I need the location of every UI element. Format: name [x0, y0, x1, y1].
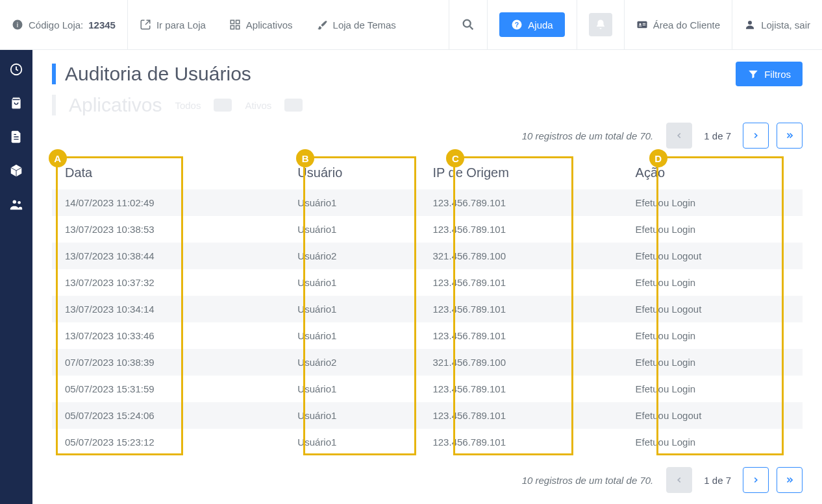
- sidebar-users[interactable]: [8, 197, 24, 212]
- svg-rect-11: [642, 23, 645, 24]
- sidebar-products[interactable]: [8, 163, 24, 178]
- table-row: 13/07/2023 10:37:32Usuário1123.456.789.1…: [52, 269, 803, 296]
- cell-usuario: Usuário1: [284, 296, 419, 322]
- cell-acao: Efetuou Login: [623, 349, 803, 376]
- store-code-value: 12345: [88, 19, 116, 30]
- col-header-ip: IP de Origem: [419, 156, 622, 189]
- pager-bottom: 10 registros de um total de 70. 1 de 7: [52, 467, 803, 493]
- themes-link[interactable]: Loja de Temas: [305, 0, 408, 49]
- pager-last-button[interactable]: [777, 123, 803, 149]
- search-icon: [461, 18, 475, 32]
- cell-ip: 123.456.789.101: [419, 376, 622, 402]
- background-section: Aplicativos Todos Ativos: [52, 94, 803, 116]
- brush-icon: [316, 19, 328, 30]
- table-row: 05/07/2023 15:23:12Usuário1123.456.789.1…: [52, 429, 803, 455]
- svg-rect-5: [236, 26, 239, 29]
- cell-usuario: Usuário1: [284, 189, 419, 216]
- svg-rect-4: [230, 26, 234, 29]
- notifications-button[interactable]: [577, 0, 625, 49]
- pager-last-button[interactable]: [777, 467, 803, 493]
- cell-data: 05/07/2023 15:23:12: [52, 429, 284, 455]
- pager-summary: 10 registros de um total de 70.: [522, 475, 654, 486]
- cell-usuario: Usuário1: [284, 429, 419, 455]
- cell-data: 13/07/2023 10:38:44: [52, 243, 284, 269]
- cell-acao: Efetuou Login: [623, 216, 803, 243]
- themes-label: Loja de Temas: [333, 19, 396, 30]
- cell-ip: 321.456.789.100: [419, 349, 622, 376]
- help-icon: ?: [511, 19, 523, 30]
- svg-rect-12: [642, 25, 645, 25]
- svg-point-6: [464, 20, 471, 27]
- cell-ip: 321.456.789.100: [419, 243, 622, 269]
- cell-data: 05/07/2023 15:24:06: [52, 402, 284, 429]
- table-row: 07/07/2023 10:38:39Usuário2321.456.789.1…: [52, 349, 803, 376]
- help-button[interactable]: ? Ajuda: [499, 12, 564, 37]
- cell-data: 13/07/2023 10:38:53: [52, 216, 284, 243]
- client-area-label: Área do Cliente: [653, 19, 720, 30]
- go-to-store-label: Ir para Loja: [156, 19, 206, 30]
- pager-next-button[interactable]: [743, 467, 769, 493]
- svg-point-14: [748, 21, 752, 25]
- cell-usuario: Usuário2: [284, 349, 419, 376]
- sidebar-dashboard[interactable]: [8, 62, 24, 77]
- table-row: 13/07/2023 10:33:46Usuário1123.456.789.1…: [52, 322, 803, 349]
- cell-ip: 123.456.789.101: [419, 322, 622, 349]
- col-header-usuario: Usuário: [284, 156, 419, 189]
- cell-usuario: Usuário1: [284, 216, 419, 243]
- help-label: Ajuda: [528, 19, 553, 30]
- svg-text:i: i: [17, 21, 18, 29]
- cell-data: 07/07/2023 10:38:39: [52, 349, 284, 376]
- client-area-link[interactable]: Área do Cliente: [625, 0, 732, 49]
- table-row: 13/07/2023 10:38:44Usuário2321.456.789.1…: [52, 243, 803, 269]
- table-row: 05/07/2023 15:24:06Usuário1123.456.789.1…: [52, 402, 803, 429]
- svg-point-17: [18, 201, 21, 204]
- table-row: 05/07/2023 15:31:59Usuário1123.456.789.1…: [52, 376, 803, 402]
- bell-icon: [595, 19, 606, 30]
- audit-table: Data Usuário IP de Origem Ação 14/07/202…: [52, 156, 803, 455]
- pager-prev-button[interactable]: [666, 467, 692, 493]
- svg-text:?: ?: [515, 21, 519, 29]
- cell-acao: Efetuou Login: [623, 429, 803, 455]
- svg-rect-13: [638, 26, 641, 27]
- main-content: Auditoria de Usuários Filtros Aplicativo…: [32, 50, 822, 504]
- svg-point-10: [639, 23, 641, 25]
- cell-ip: 123.456.789.101: [419, 189, 622, 216]
- table-row: 14/07/2023 11:02:49Usuário1123.456.789.1…: [52, 189, 803, 216]
- sidebar-pages[interactable]: [8, 129, 24, 145]
- cell-usuario: Usuário1: [284, 402, 419, 429]
- filters-button[interactable]: Filtros: [736, 62, 803, 86]
- svg-point-16: [13, 200, 17, 204]
- external-link-icon: [140, 19, 151, 30]
- pager-next-button[interactable]: [743, 123, 769, 149]
- store-code-label: Código Loja:: [29, 19, 83, 30]
- cell-usuario: Usuário1: [284, 322, 419, 349]
- sidebar-orders[interactable]: [8, 95, 24, 111]
- cell-data: 14/07/2023 11:02:49: [52, 189, 284, 216]
- id-card-icon: [636, 19, 648, 30]
- logout-link[interactable]: Lojista, sair: [732, 0, 822, 49]
- cell-ip: 123.456.789.101: [419, 269, 622, 296]
- cell-acao: Efetuou Logout: [623, 296, 803, 322]
- pager-summary: 10 registros de um total de 70.: [522, 130, 654, 141]
- logout-label: Lojista, sair: [761, 19, 810, 30]
- filters-label: Filtros: [764, 69, 791, 80]
- apps-link[interactable]: Aplicativos: [218, 0, 305, 49]
- cell-usuario: Usuário1: [284, 376, 419, 402]
- cell-acao: Efetuou Login: [623, 269, 803, 296]
- search-button[interactable]: [449, 0, 488, 49]
- cell-data: 13/07/2023 10:33:46: [52, 322, 284, 349]
- svg-rect-3: [236, 20, 239, 23]
- info-icon: i: [12, 19, 23, 30]
- store-code: i Código Loja: 12345: [0, 0, 128, 49]
- go-to-store-link[interactable]: Ir para Loja: [128, 0, 218, 49]
- cell-acao: Efetuou Login: [623, 376, 803, 402]
- pager-info: 1 de 7: [704, 475, 731, 486]
- pager-prev-button[interactable]: [666, 123, 692, 149]
- cell-acao: Efetuou Login: [623, 189, 803, 216]
- cell-data: 05/07/2023 15:31:59: [52, 376, 284, 402]
- cell-ip: 123.456.789.101: [419, 402, 622, 429]
- table-row: 13/07/2023 10:38:53Usuário1123.456.789.1…: [52, 216, 803, 243]
- cell-usuario: Usuário2: [284, 243, 419, 269]
- cell-ip: 123.456.789.101: [419, 296, 622, 322]
- svg-rect-2: [230, 20, 234, 23]
